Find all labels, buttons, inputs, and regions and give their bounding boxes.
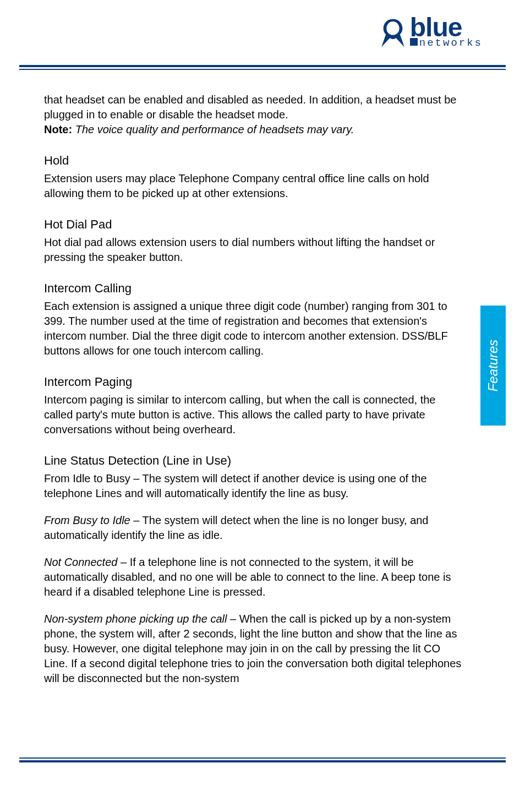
heading-intercom-paging: Intercom Paging — [44, 375, 462, 389]
line-status-lead-3: Non-system phone picking up the call — [44, 613, 227, 625]
logo-mark-icon — [377, 17, 409, 49]
line-status-lead-1: From Busy to Idle — [44, 514, 130, 526]
intro-paragraph: that headset can be enabled and disabled… — [44, 92, 462, 137]
heading-intercom-calling: Intercom Calling — [44, 281, 462, 296]
line-status-lead-2: Not Connected — [44, 556, 117, 568]
body-hold: Extension users may place Telephone Comp… — [44, 171, 462, 201]
section-intercom-calling: Intercom Calling Each extension is assig… — [44, 281, 462, 358]
logo-subtitle: networks — [410, 37, 484, 49]
section-line-status: Line Status Detection (Line in Use) From… — [44, 454, 462, 686]
document-body: that headset can be enabled and disabled… — [44, 92, 462, 686]
side-tab-features: Features — [480, 306, 506, 426]
bottom-divider — [19, 757, 506, 762]
body-hot-dial-pad: Hot dial pad allows extension users to d… — [44, 235, 462, 265]
section-hot-dial-pad: Hot Dial Pad Hot dial pad allows extensi… — [44, 217, 462, 265]
logo-word: blue — [410, 17, 484, 39]
line-status-item-2: Not Connected – If a telephone line is n… — [44, 555, 462, 600]
note-text: The voice quality and performance of hea… — [75, 123, 354, 135]
section-hold: Hold Extension users may place Telephone… — [44, 154, 462, 201]
side-tab-label: Features — [485, 340, 501, 392]
body-intercom-paging: Intercom paging is similar to intercom c… — [44, 393, 462, 437]
brand-logo: blue networks — [377, 17, 484, 49]
heading-hold: Hold — [44, 154, 462, 168]
top-divider — [19, 65, 506, 70]
note-label: Note: — [44, 123, 72, 135]
heading-hot-dial-pad: Hot Dial Pad — [44, 217, 462, 232]
line-status-item-1: From Busy to Idle – The system will dete… — [44, 513, 462, 543]
line-status-lead-0: From Idle to Busy — [44, 472, 130, 484]
intro-text: that headset can be enabled and disabled… — [44, 94, 456, 121]
section-intercom-paging: Intercom Paging Intercom paging is simil… — [44, 375, 462, 437]
heading-line-status: Line Status Detection (Line in Use) — [44, 454, 462, 468]
body-intercom-calling: Each extension is assigned a unique thre… — [44, 299, 462, 358]
line-status-item-3: Non-system phone picking up the call – W… — [44, 612, 462, 686]
line-status-item-0: From Idle to Busy – The system will dete… — [44, 471, 462, 501]
